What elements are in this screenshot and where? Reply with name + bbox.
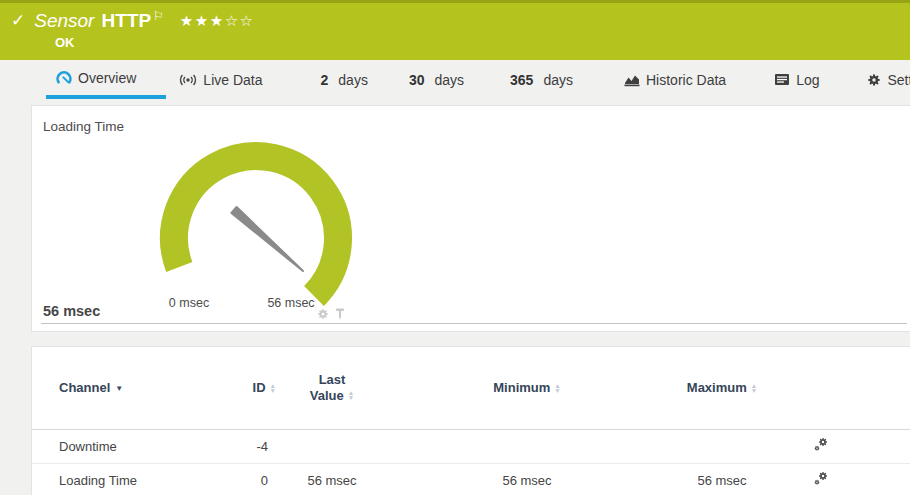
sensor-name: HTTP bbox=[101, 10, 151, 32]
sort-icon: ▲▼ bbox=[270, 384, 276, 394]
tab-365-days[interactable]: 365 days bbox=[492, 60, 608, 99]
table-row-downtime: Downtime -4 bbox=[32, 429, 910, 463]
gauge-scale-min: 0 msec bbox=[162, 296, 216, 310]
column-header-last-value[interactable]: Last Value▲▼ bbox=[282, 347, 382, 429]
ok-check-icon: ✓ bbox=[11, 10, 25, 31]
gear-icon bbox=[867, 73, 881, 87]
gauge-panel: Loading Time 0 msec 56 msec 56 msec bbox=[31, 105, 910, 332]
channel-id: -4 bbox=[222, 429, 282, 463]
tab-live-data-label: Live Data bbox=[203, 72, 262, 88]
tab-overview-label: Overview bbox=[78, 70, 136, 86]
tab-settings[interactable]: Settings bbox=[854, 60, 910, 99]
sensor-type-label: Sensor bbox=[34, 10, 94, 32]
tab-live-data[interactable]: Live Data bbox=[166, 60, 306, 99]
tab-settings-label: Settings bbox=[887, 72, 910, 88]
tab-2-days-unit: days bbox=[338, 72, 368, 88]
table-header-row: Channel▼ ID▲▼ Last Value▲▼ Minimum▲▼ Max… bbox=[32, 347, 910, 429]
tab-historic-data[interactable]: Historic Data bbox=[608, 60, 761, 99]
sort-icon: ▲▼ bbox=[348, 391, 354, 401]
column-header-id[interactable]: ID▲▼ bbox=[222, 347, 282, 429]
gauge-title: Loading Time bbox=[43, 119, 124, 134]
sort-desc-icon: ▼ bbox=[115, 384, 123, 393]
channel-id: 0 bbox=[222, 463, 282, 495]
gauge-needle bbox=[231, 207, 303, 271]
column-header-minimum[interactable]: Minimum▲▼ bbox=[382, 347, 672, 429]
live-data-icon bbox=[179, 73, 197, 87]
column-header-channel[interactable]: Channel▼ bbox=[32, 347, 222, 429]
channels-table-panel: Channel▼ ID▲▼ Last Value▲▼ Minimum▲▼ Max… bbox=[31, 346, 910, 495]
gauge-scale-max: 56 msec bbox=[259, 296, 323, 310]
sensor-header: ✓ Sensor HTTP ⚐ ★★★☆☆ OK bbox=[0, 0, 910, 60]
channel-maximum bbox=[672, 429, 772, 463]
tab-365-days-unit: days bbox=[543, 72, 573, 88]
priority-stars[interactable]: ★★★☆☆ bbox=[180, 12, 255, 30]
channel-name: Loading Time bbox=[32, 463, 222, 495]
sensor-status: OK bbox=[55, 35, 910, 50]
area-chart-icon bbox=[624, 73, 640, 87]
divider bbox=[41, 323, 907, 324]
channel-minimum: 56 msec bbox=[382, 463, 672, 495]
sort-icon: ▲▼ bbox=[751, 384, 757, 394]
tab-365-days-number: 365 bbox=[510, 72, 533, 88]
channel-last-value: 56 msec bbox=[282, 463, 382, 495]
channel-minimum bbox=[382, 429, 672, 463]
tab-2-days[interactable]: 2 days bbox=[307, 60, 396, 99]
tab-2-days-number: 2 bbox=[321, 72, 329, 88]
tab-log[interactable]: Log bbox=[761, 60, 854, 99]
tab-overview[interactable]: Overview bbox=[46, 60, 166, 99]
flag-icon[interactable]: ⚐ bbox=[153, 9, 164, 23]
channel-settings-gears-icon[interactable] bbox=[814, 471, 829, 489]
channel-last-value bbox=[282, 429, 382, 463]
tab-bar: Overview Live Data 2 days 30 days 365 da… bbox=[0, 60, 910, 105]
tab-30-days-number: 30 bbox=[409, 72, 425, 88]
gauge-icon bbox=[56, 70, 72, 86]
log-icon bbox=[774, 73, 790, 86]
channel-name: Downtime bbox=[32, 429, 222, 463]
sort-icon: ▲▼ bbox=[554, 384, 560, 394]
tab-log-label: Log bbox=[796, 72, 819, 88]
pin-icon[interactable] bbox=[335, 306, 345, 324]
tab-30-days-unit: days bbox=[434, 72, 464, 88]
loading-time-gauge bbox=[146, 138, 366, 313]
channel-settings-gears-icon[interactable] bbox=[814, 437, 829, 455]
tab-historic-data-label: Historic Data bbox=[646, 72, 726, 88]
table-row-loading-time: Loading Time 0 56 msec 56 msec 56 msec bbox=[32, 463, 910, 495]
channel-maximum: 56 msec bbox=[672, 463, 772, 495]
column-header-maximum[interactable]: Maximum▲▼ bbox=[672, 347, 772, 429]
channels-table: Channel▼ ID▲▼ Last Value▲▼ Minimum▲▼ Max… bbox=[32, 347, 910, 495]
gauge-current-value: 56 msec bbox=[43, 303, 100, 319]
widget-settings-gear-icon[interactable] bbox=[317, 306, 329, 324]
tab-30-days[interactable]: 30 days bbox=[396, 60, 492, 99]
